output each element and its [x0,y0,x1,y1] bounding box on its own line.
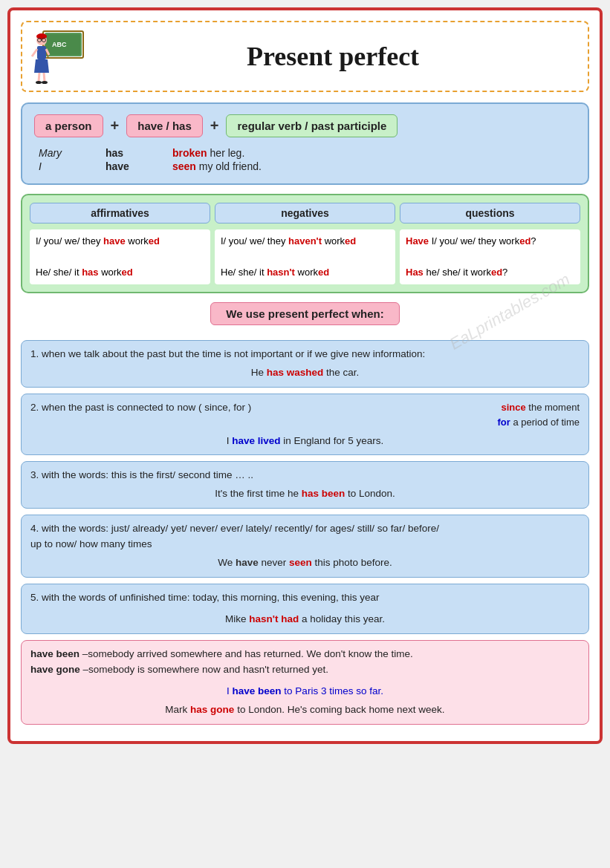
usage-example-3: It's the first time he has been to Londo… [30,486,580,502]
header-negatives: negatives [215,203,395,223]
svg-point-17 [42,81,48,84]
usage-item-5: 5. with the words of unfinished time: to… [21,584,589,634]
svg-rect-10 [37,46,46,59]
plus1: + [111,117,120,134]
teacher-illustration: ABC [30,27,85,86]
formula-verb-pill: regular verb / past participle [226,114,398,137]
usage-title-row: We use present perfect when: [21,302,589,333]
col-rows: I/ you/ we/ they have worked He/ she/ it… [30,229,580,284]
ex-aux-1: has [101,146,168,160]
usage-text-5: 5. with the words of unfinished time: to… [30,590,580,606]
example-row-1: Mary has broken her leg. [34,146,576,160]
negative-row1: I/ you/ we/ they haven't worked [221,234,389,249]
usage-example-5: Mike hasn't had a holiday this year. [30,612,580,627]
ex-verb-2: seen my old friend. [168,160,576,173]
formula-have-pill: have / has [126,114,203,137]
svg-marker-11 [34,59,49,73]
usage-text-3: 3. with the words: this is the first/ se… [30,468,580,483]
svg-line-15 [44,73,45,82]
ex-person-1: Mary [34,146,101,160]
usage-example-6b: Mark has gone to London. He's coming bac… [30,702,580,718]
header: ABC [21,21,589,92]
affirmative-row1: I/ you/ we/ they have worked [36,234,204,249]
col-headers: affirmatives negatives questions [30,203,580,223]
usage-text-2: 2. when the past is connected to now ( s… [30,400,580,430]
usage-text-6b: have gone –somebody is somewhere now and… [30,662,580,678]
question-row1: Have I/ you/ we/ they worked? [406,234,574,249]
header-affirmatives: affirmatives [30,203,210,223]
usage-item-2: 2. when the past is connected to now ( s… [21,394,589,455]
formula-box: a person + have / has + regular verb / p… [21,102,589,185]
ex-aux-2: have [101,160,168,173]
formula-examples: Mary has broken her leg. I have seen my … [34,146,576,173]
example-row-2: I have seen my old friend. [34,160,576,173]
usage-text-4: 4. with the words: just/ already/ yet/ n… [30,521,580,552]
usage-item-3: 3. with the words: this is the first/ se… [21,461,589,509]
usage-item-1: 1. when we talk about the past but the t… [21,340,589,388]
affirmative-cell: I/ you/ we/ they have worked He/ she/ it… [30,229,210,284]
svg-text:ABC: ABC [52,41,67,48]
usage-item-6: have been –somebody arrived somewhere an… [21,640,589,725]
svg-line-12 [32,49,37,56]
usage-example-6a: I have been to Paris 3 times so far. [30,684,580,699]
page: EaLprintables.com ABC [7,7,603,744]
plus2: + [210,117,219,134]
grammar-table: affirmatives negatives questions I/ you/… [21,194,589,293]
usage-text-6a: have been –somebody arrived somewhere an… [30,647,580,662]
ex-person-2: I [34,160,101,173]
usage-title: We use present perfect when: [210,302,399,325]
usage-example-1: He has washed the car. [30,365,580,381]
ex-verb-1: broken her leg. [168,146,576,160]
header-questions: questions [400,203,580,223]
usage-item-4: 4. with the words: just/ already/ yet/ n… [21,515,589,578]
usage-example-2: I have lived in England for 5 years. [30,434,580,449]
question-cell: Have I/ you/ we/ they worked? Has he/ sh… [400,229,580,284]
affirmative-row2: He/ she/ it has worked [36,265,204,281]
negative-cell: I/ you/ we/ they haven't worked He/ she/… [215,229,395,284]
since-for-labels: since the moment for a period of time [497,400,580,430]
negative-row2: He/ she/ it hasn't worked [221,265,389,281]
formula-row: a person + have / has + regular verb / p… [34,114,576,137]
question-row2: Has he/ she/ it worked? [406,265,574,281]
formula-person-pill: a person [34,114,103,137]
usage-text-1: 1. when we talk about the past but the t… [30,347,580,362]
svg-line-14 [39,73,39,82]
svg-point-16 [36,81,42,84]
page-title: Present perfect [85,41,580,72]
usage-example-4: We have never seen this photo before. [30,555,580,571]
